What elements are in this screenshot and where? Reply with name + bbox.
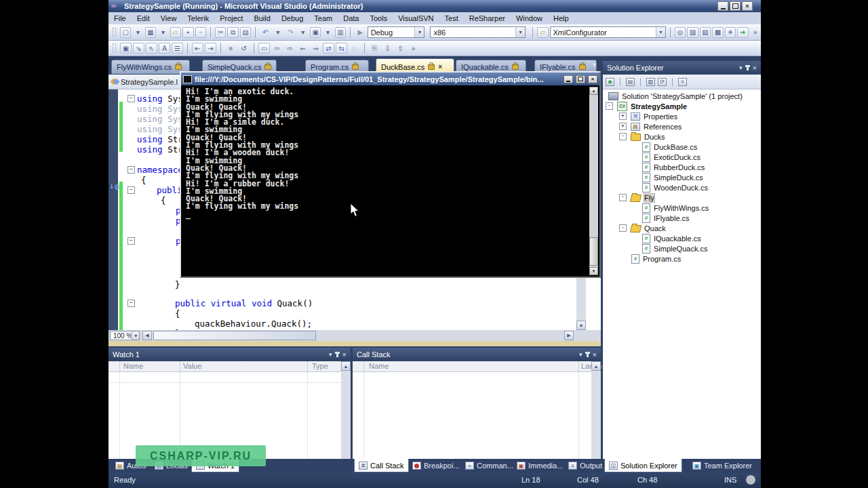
console-window[interactable]: file:///Y:/Documents/CS-VIP/DesignPatter… (180, 71, 601, 278)
add-item-icon[interactable]: ▦ (145, 27, 156, 38)
scroll-down-icon[interactable]: ▼ (576, 321, 586, 330)
watch-close-icon[interactable]: × (342, 350, 347, 359)
callstack-scroll-up-icon[interactable]: ▲ (591, 361, 601, 371)
watch-pin-icon[interactable] (336, 352, 338, 357)
increase-indent-icon[interactable]: ⇥ (205, 43, 216, 54)
expander-icon[interactable]: - (619, 224, 627, 232)
zoom-dropdown-icon[interactable]: ▾ (132, 331, 139, 340)
expander-icon[interactable]: - (606, 102, 613, 110)
code-line[interactable]: { (175, 308, 180, 319)
menu-visualsvn[interactable]: VisualSVN (393, 13, 439, 24)
new-project-icon[interactable]: ▢ (120, 27, 131, 38)
tab-output[interactable]: ≡ Output (564, 459, 606, 472)
expander-icon[interactable]: - (619, 194, 627, 201)
menu-file[interactable]: File (108, 13, 132, 24)
console-minimize-button[interactable] (564, 75, 573, 83)
refresh-icon[interactable]: ⟳ (658, 78, 667, 86)
menu-window[interactable]: Window (511, 13, 548, 24)
command-combo[interactable]: XmlConfigurator ▾ (550, 26, 666, 38)
console-scroll-thumb[interactable] (589, 237, 598, 266)
find-symbol-icon[interactable]: ◎ (675, 27, 686, 38)
watch-scroll-up-icon[interactable]: ▲ (341, 361, 351, 371)
tree-item-rubberduck[interactable]: # RubberDuck.cs (603, 162, 761, 172)
show-lines-icon[interactable]: ☰ (172, 43, 183, 54)
expander-icon[interactable]: + (619, 123, 627, 130)
tree-item-woodenduck[interactable]: # WoodenDuck.cs (603, 182, 761, 192)
redo-icon[interactable]: ↷ (285, 27, 296, 38)
code-line[interactable]: { (161, 195, 166, 205)
menu-edit[interactable]: Edit (132, 13, 155, 24)
callstack-close-icon[interactable]: × (593, 350, 597, 359)
solution-explorer-menu-icon[interactable]: ▾ (739, 64, 743, 71)
tree-item-flywithwings[interactable]: # FlyWithWings.cs (603, 203, 761, 213)
bookmark-folder-next-icon[interactable]: ⇒ (310, 43, 321, 54)
bookmark-toggle-icon[interactable]: ⇄ (323, 43, 334, 54)
outline-collapse-icon[interactable]: − (127, 95, 135, 102)
toolbar2-overflow-icon[interactable]: » (408, 43, 419, 54)
collapse-all-icon[interactable]: ◉ (606, 78, 614, 86)
callstack-scrollbar[interactable]: ▲ (591, 361, 601, 459)
outline-collapse-icon[interactable]: − (127, 237, 135, 245)
new-breakpoint-icon[interactable]: ▭ (258, 43, 270, 54)
tree-item-iquackable[interactable]: # IQuackable.cs (603, 233, 761, 243)
zoom-combo[interactable]: 100 % ▾ (110, 331, 140, 340)
console-close-button[interactable]: × (588, 75, 597, 83)
move-down-icon[interactable]: ⇩ (382, 43, 393, 54)
hscroll-thumb[interactable] (153, 331, 316, 340)
menu-project[interactable]: Project (214, 13, 248, 24)
object-browser-icon[interactable]: ▧ (700, 27, 711, 38)
console-maximize-button[interactable] (576, 75, 585, 83)
menu-debug[interactable]: Debug (276, 13, 309, 24)
restore-button[interactable] (730, 1, 741, 11)
outline-collapse-icon[interactable]: − (127, 166, 135, 174)
watch-col-name[interactable]: Name (123, 362, 143, 370)
start-debugging-icon[interactable]: ▶ (355, 27, 366, 38)
watch-menu-icon[interactable]: ▾ (329, 351, 332, 358)
menu-resharper[interactable]: ReSharper (464, 13, 511, 24)
tree-item-solution[interactable]: Solution 'StrategySample' (1 project) (603, 91, 761, 101)
clear-bookmarks-icon[interactable]: ◌ (349, 43, 360, 54)
tab-flywithwings[interactable]: FlyWithWings.cs (111, 60, 190, 74)
navigate-dropdown-icon[interactable]: ▾ (322, 27, 333, 38)
tree-item-duckbase[interactable]: # DuckBase.cs (603, 142, 761, 152)
comment-icon[interactable]: ≡ (225, 43, 237, 54)
navigate-icon[interactable]: ▣ (310, 27, 321, 38)
bookmark-next-icon[interactable]: ⇨ (284, 43, 296, 54)
callstack-menu-icon[interactable]: ▾ (579, 351, 583, 358)
tab-team-explorer[interactable]: ▣ Team Explorer (688, 459, 756, 472)
view-code-icon[interactable]: ≡ (678, 78, 687, 86)
bookmark-prev-icon[interactable]: ⇦ (271, 43, 283, 54)
start-page-icon[interactable]: ➔ (737, 27, 748, 38)
tab-close-icon[interactable]: × (438, 64, 442, 70)
show-all-files-icon[interactable]: ▧ (646, 78, 655, 86)
watch-title-bar[interactable]: Watch 1 ▾ × (108, 348, 351, 361)
save-icon[interactable]: ▪ (182, 27, 193, 38)
callstack-title-bar[interactable]: Call Stack ▾ × (353, 348, 601, 361)
console-title-bar[interactable]: file:///Y:/Documents/CS-VIP/DesignPatter… (181, 73, 599, 85)
menu-test[interactable]: Test (439, 13, 464, 24)
menu-tools[interactable]: Tools (364, 13, 393, 24)
callstack-body[interactable] (353, 372, 591, 459)
scroll-left-icon[interactable]: ◀ (142, 331, 152, 340)
tab-callstack[interactable]: ≣ Call Stack (354, 459, 409, 472)
console-scrollbar[interactable]: ▲ ▼ (589, 87, 598, 275)
menu-data[interactable]: Data (338, 13, 364, 24)
tree-item-quack-folder[interactable]: - Quack (603, 223, 761, 233)
minimize-button[interactable] (717, 1, 728, 11)
toolbar-grip[interactable] (113, 28, 116, 37)
save-all-icon[interactable]: ▫ (195, 27, 206, 38)
code-line[interactable]: } (175, 279, 180, 289)
tree-item-fly-folder[interactable]: - Fly (603, 192, 761, 203)
tree-item-ducks-folder[interactable]: - Ducks (603, 131, 761, 142)
platform-dropdown-icon[interactable]: ▾ (515, 27, 525, 37)
add-item-dropdown-icon[interactable]: ▾ (157, 27, 168, 38)
tree-item-simpleduck[interactable]: # SimpleDuck.cs (603, 172, 761, 182)
tree-item-properties[interactable]: + ⚒ Properties (603, 111, 761, 121)
bookmark-folder-prev-icon[interactable]: ⇐ (297, 43, 309, 54)
console-scroll-up-icon[interactable]: ▲ (589, 87, 598, 95)
menu-view[interactable]: View (155, 13, 182, 24)
configuration-dropdown-icon[interactable]: ▾ (414, 27, 424, 37)
solution-platforms-combo[interactable]: x86 ▾ (430, 26, 526, 38)
uncomment-icon[interactable]: ↺ (238, 43, 250, 54)
expander-icon[interactable]: + (619, 113, 627, 120)
